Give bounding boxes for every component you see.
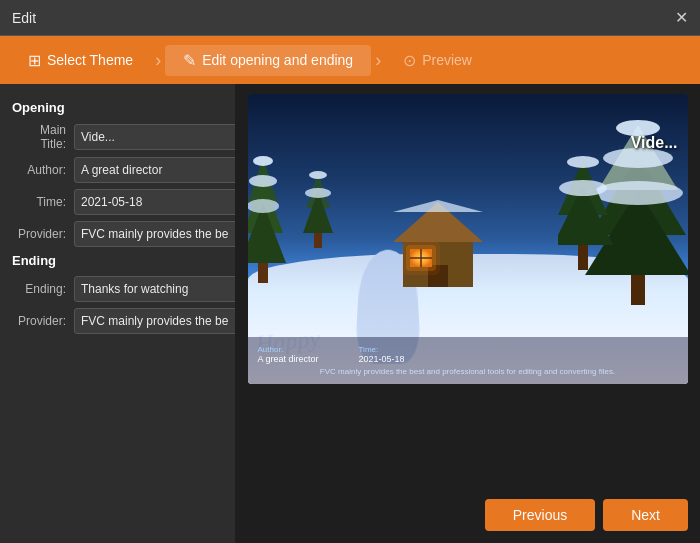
main-title-label: Main Title: <box>12 123 74 151</box>
svg-point-33 <box>567 156 599 168</box>
author-meta-label: Author: <box>258 345 319 354</box>
svg-rect-32 <box>578 245 588 270</box>
main-title-row: Main Title: <box>12 123 223 151</box>
ending-input[interactable] <box>74 276 235 302</box>
tab-edit-label: Edit opening and ending <box>202 52 353 68</box>
tab-preview: ⊙ Preview <box>385 45 490 76</box>
svg-point-6 <box>248 199 279 213</box>
ending-provider-row: Provider: <box>12 308 223 334</box>
tab-separator-2: › <box>371 50 385 71</box>
svg-point-5 <box>249 175 277 187</box>
ending-provider-label: Provider: <box>12 314 74 328</box>
author-row: Author: <box>12 157 223 183</box>
opening-provider-label: Provider: <box>12 227 74 241</box>
main-title-input[interactable] <box>74 124 235 150</box>
preview-provider-text: FVC mainly provides the best and profess… <box>258 367 678 376</box>
theme-icon: ⊞ <box>28 51 41 70</box>
time-meta-label: Time: <box>359 345 405 354</box>
left-panel: Opening Main Title: Author: Time: Provid… <box>0 84 235 543</box>
bottom-nav: Previous Next <box>485 499 688 531</box>
preview-time: Time: 2021-05-18 <box>359 345 405 364</box>
svg-rect-3 <box>258 263 268 283</box>
main-content: Opening Main Title: Author: Time: Provid… <box>0 84 700 543</box>
author-input[interactable] <box>74 157 235 183</box>
author-meta-value: A great director <box>258 354 319 364</box>
ending-label: Ending: <box>12 282 74 296</box>
tab-edit-opening-ending[interactable]: ✎ Edit opening and ending <box>165 45 371 76</box>
preview-author: Author: A great director <box>258 345 319 364</box>
right-panel: Happy Vide... Author: A great director T… <box>235 84 700 543</box>
svg-point-29 <box>593 181 683 205</box>
ending-row: Ending: <box>12 276 223 302</box>
close-button[interactable]: ✕ <box>675 10 688 26</box>
tab-separator-1: › <box>151 50 165 71</box>
svg-point-11 <box>305 188 331 198</box>
time-row: Time: <box>12 189 223 215</box>
tab-bar: ⊞ Select Theme › ✎ Edit opening and endi… <box>0 36 700 84</box>
previous-button[interactable]: Previous <box>485 499 595 531</box>
opening-provider-input[interactable] <box>74 221 235 247</box>
preview-info-overlay: Author: A great director Time: 2021-05-1… <box>248 337 688 384</box>
tab-select-theme[interactable]: ⊞ Select Theme <box>10 45 151 76</box>
svg-rect-25 <box>631 275 645 305</box>
time-meta-value: 2021-05-18 <box>359 354 405 364</box>
tab-select-theme-label: Select Theme <box>47 52 133 68</box>
preview-meta-row: Author: A great director Time: 2021-05-1… <box>258 345 678 364</box>
author-label: Author: <box>12 163 74 177</box>
title-bar: Edit ✕ <box>0 0 700 36</box>
window-title: Edit <box>12 10 36 26</box>
svg-point-10 <box>309 171 327 179</box>
time-input[interactable] <box>74 189 235 215</box>
preview-icon: ⊙ <box>403 51 416 70</box>
left-trees <box>248 153 338 303</box>
svg-point-34 <box>559 180 607 196</box>
edit-icon: ✎ <box>183 51 196 70</box>
preview-scene: Happy Vide... Author: A great director T… <box>248 94 688 384</box>
time-label: Time: <box>12 195 74 209</box>
opening-section-header: Opening <box>12 100 223 115</box>
ending-section-header: Ending <box>12 253 223 268</box>
next-button[interactable]: Next <box>603 499 688 531</box>
svg-rect-9 <box>314 233 322 248</box>
ending-provider-input[interactable] <box>74 308 235 334</box>
svg-point-4 <box>253 156 273 166</box>
preview-title-overlay: Vide... <box>631 134 678 152</box>
opening-provider-row: Provider: <box>12 221 223 247</box>
svg-marker-13 <box>393 200 483 212</box>
preview-container: Happy Vide... Author: A great director T… <box>248 94 688 384</box>
tab-preview-label: Preview <box>422 52 472 68</box>
cabin-svg <box>388 197 488 297</box>
